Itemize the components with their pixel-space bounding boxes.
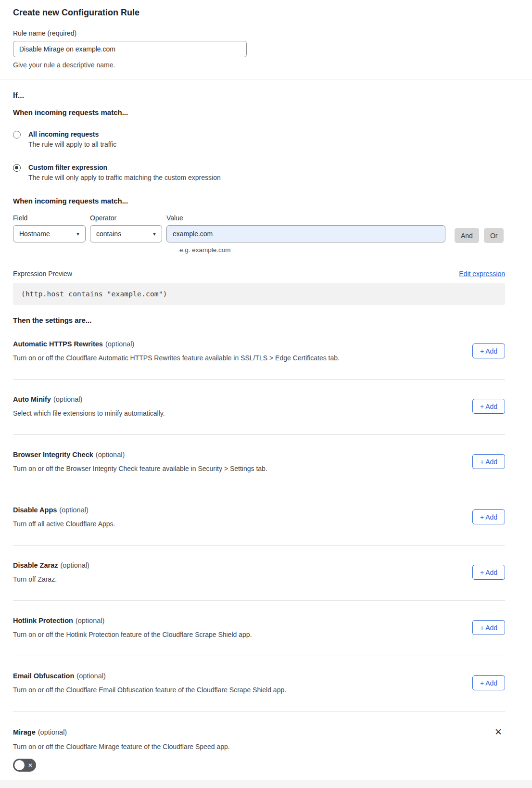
add-button-browser-integrity-check[interactable]: + Add	[472, 454, 505, 469]
rule-name-help: Give your rule a descriptive name.	[13, 61, 505, 69]
toggle-off-icon: ✕	[28, 763, 33, 768]
match-subheading: When incoming requests match...	[13, 108, 505, 116]
setting-description: Select which file extensions to minify a…	[13, 409, 472, 417]
radio-label: All incoming requests	[28, 130, 116, 138]
value-column: Value	[166, 214, 445, 243]
rule-name-label: Rule name (required)	[13, 29, 505, 37]
setting-description: Turn on or off the Cloudflare Email Obfu…	[13, 686, 472, 694]
setting-title: Hotlink Protection(optional)	[13, 617, 472, 624]
expression-preview-header: Expression Preview Edit expression	[13, 270, 505, 278]
and-or-buttons: And Or	[455, 227, 504, 243]
setting-description: Turn on or off the Cloudflare Automatic …	[13, 354, 472, 362]
add-button-disable-zaraz[interactable]: + Add	[472, 565, 505, 580]
add-button-hotlink-protection[interactable]: + Add	[472, 620, 505, 635]
radio-unselected-icon	[13, 131, 21, 139]
close-icon[interactable]: ✕	[494, 727, 502, 737]
chevron-down-icon: ▾	[153, 230, 156, 237]
expression-preview-label: Expression Preview	[13, 270, 72, 278]
and-button[interactable]: And	[455, 228, 479, 243]
chevron-down-icon: ▾	[76, 230, 79, 237]
setting-section-browser-integrity-check: Browser Integrity Check(optional) Turn o…	[13, 435, 505, 490]
value-label: Value	[166, 214, 445, 222]
rule-name-input[interactable]	[13, 41, 247, 57]
setting-title: Browser Integrity Check(optional)	[13, 451, 472, 458]
setting-description: Turn on or off the Hotlink Protection fe…	[13, 631, 472, 638]
if-heading: If...	[13, 91, 505, 100]
value-help: e.g. example.com	[179, 246, 505, 254]
section-divider	[0, 79, 532, 79]
add-button-disable-apps[interactable]: + Add	[472, 509, 505, 524]
field-label: Field	[13, 214, 86, 222]
field-column: Field Hostname ▾	[13, 214, 86, 243]
setting-section-auto-minify: Auto Minify(optional) Select which file …	[13, 380, 505, 434]
setting-description: Turn off all active Cloudflare Apps.	[13, 520, 472, 528]
radio-all-incoming-requests[interactable]: All incoming requests The rule will appl…	[13, 130, 505, 148]
setting-section-mirage: Mirage(optional) ✕ Turn on or off the Cl…	[13, 712, 505, 773]
page-bottom-strip	[0, 780, 532, 788]
setting-section-automatic-https-rewrites: Automatic HTTPS Rewrites(optional) Turn …	[13, 324, 505, 379]
setting-title: Auto Minify(optional)	[13, 395, 472, 403]
add-button-email-obfuscation[interactable]: + Add	[472, 675, 505, 690]
radio-description: The rule will only apply to traffic matc…	[28, 174, 221, 181]
setting-title: Disable Apps(optional)	[13, 506, 472, 514]
match-type-radio-group: All incoming requests The rule will appl…	[13, 130, 505, 181]
add-button-auto-minify[interactable]: + Add	[472, 399, 505, 414]
radio-label: Custom filter expression	[28, 164, 221, 171]
expression-preview-code: (http.host contains "example.com")	[13, 283, 505, 305]
setting-section-disable-zaraz: Disable Zaraz(optional) Turn off Zaraz. …	[13, 546, 505, 600]
mirage-toggle[interactable]: ✕	[13, 759, 36, 772]
then-settings-heading: Then the settings are...	[13, 316, 505, 324]
setting-section-hotlink-protection: Hotlink Protection(optional) Turn on or …	[13, 601, 505, 656]
setting-description: Turn on or off the Browser Integrity Che…	[13, 465, 472, 472]
operator-label: Operator	[90, 214, 162, 222]
setting-title: Automatic HTTPS Rewrites(optional)	[13, 340, 472, 348]
setting-title: Mirage(optional)	[13, 728, 67, 736]
setting-description: Turn off Zaraz.	[13, 575, 472, 583]
operator-select-value: contains	[96, 230, 121, 238]
setting-description: Turn on or off the Cloudflare Mirage fea…	[13, 743, 505, 750]
add-button-automatic-https-rewrites[interactable]: + Add	[472, 343, 505, 358]
value-input[interactable]	[166, 225, 445, 242]
create-configuration-rule-form: Create new Configuration Rule Rule name …	[0, 0, 532, 773]
operator-select[interactable]: contains ▾	[90, 225, 162, 242]
operator-column: Operator contains ▾	[90, 214, 162, 243]
expression-builder-row: Field Hostname ▾ Operator contains ▾ Val…	[13, 214, 505, 243]
builder-heading: When incoming requests match...	[13, 197, 505, 205]
edit-expression-link[interactable]: Edit expression	[459, 270, 505, 278]
setting-section-disable-apps: Disable Apps(optional) Turn off all acti…	[13, 490, 505, 545]
radio-selected-icon	[13, 164, 21, 172]
radio-custom-filter-expression[interactable]: Custom filter expression The rule will o…	[13, 164, 505, 181]
field-select-value: Hostname	[19, 230, 50, 238]
settings-list: Automatic HTTPS Rewrites(optional) Turn …	[13, 324, 505, 773]
setting-title: Email Obfuscation(optional)	[13, 672, 472, 680]
setting-title: Disable Zaraz(optional)	[13, 561, 472, 569]
or-button[interactable]: Or	[484, 228, 504, 243]
radio-description: The rule will apply to all traffic	[28, 140, 116, 148]
setting-section-email-obfuscation: Email Obfuscation(optional) Turn on or o…	[13, 656, 505, 711]
field-select[interactable]: Hostname ▾	[13, 225, 86, 242]
toggle-knob	[14, 760, 25, 770]
page-title: Create new Configuration Rule	[13, 8, 505, 18]
